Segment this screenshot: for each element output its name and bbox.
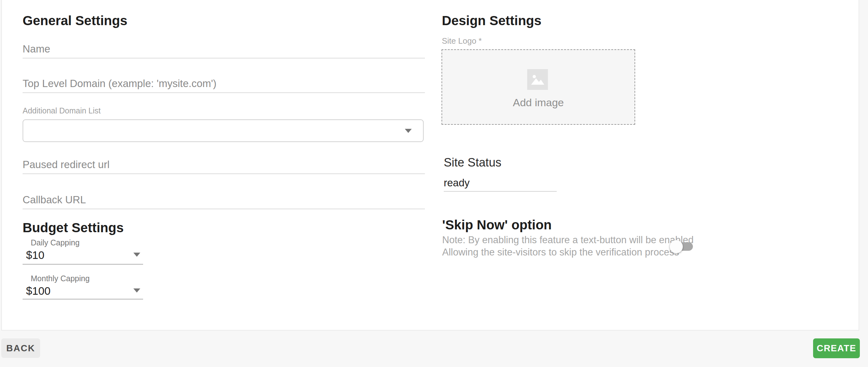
skip-now-toggle[interactable] (670, 240, 700, 253)
settings-card: General Settings Additional Domain List … (1, 0, 859, 331)
image-placeholder-icon (527, 69, 548, 90)
monthly-capping-label: Monthly Capping (31, 274, 90, 283)
name-input[interactable] (23, 40, 425, 58)
skip-now-title: 'Skip Now' option (442, 218, 552, 232)
monthly-capping-value: $100 (26, 285, 51, 297)
top-level-domain-input[interactable] (23, 75, 425, 93)
callback-url-input[interactable] (23, 191, 425, 209)
chevron-down-icon (133, 253, 140, 257)
site-status-title: Site Status (444, 156, 501, 169)
skip-now-note-line2: Allowing the site-visitors to skip the v… (442, 246, 693, 258)
daily-capping-value: $10 (26, 249, 44, 261)
site-logo-label: Site Logo * (442, 36, 482, 46)
site-logo-upload-area[interactable]: Add image (441, 49, 635, 125)
create-button[interactable]: CREATE (813, 338, 860, 358)
site-settings-page: General Settings Additional Domain List … (0, 0, 868, 367)
back-button[interactable]: BACK (1, 338, 40, 358)
site-status-input[interactable] (444, 175, 557, 192)
additional-domain-list-label: Additional Domain List (23, 106, 101, 115)
budget-settings-title: Budget Settings (23, 220, 124, 236)
additional-domain-list-select[interactable] (23, 119, 424, 142)
skip-now-note: Note: By enabling this feature a text-bu… (442, 234, 693, 258)
design-settings-title: Design Settings (442, 13, 541, 29)
daily-capping-underline (23, 264, 143, 264)
add-image-label: Add image (442, 96, 634, 109)
chevron-down-icon (405, 129, 412, 133)
general-settings-title: General Settings (23, 13, 127, 29)
toggle-thumb (670, 240, 683, 253)
skip-now-note-line1: Note: By enabling this feature a text-bu… (442, 234, 693, 246)
paused-redirect-url-input[interactable] (23, 156, 425, 174)
monthly-capping-underline (23, 299, 143, 300)
chevron-down-icon (133, 288, 140, 292)
daily-capping-label: Daily Capping (31, 238, 80, 247)
